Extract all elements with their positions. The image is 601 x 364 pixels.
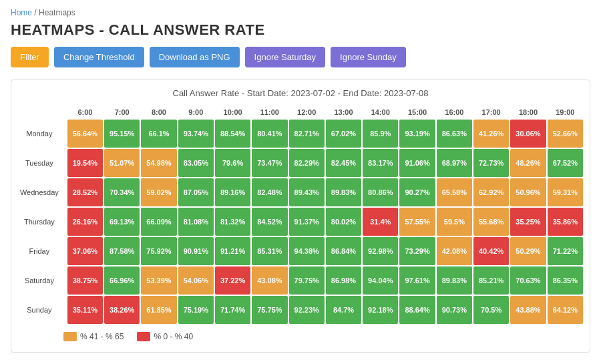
cell: 55.68% (473, 208, 509, 236)
ignore-saturday-button[interactable]: Ignore Saturday (245, 47, 326, 67)
cell: 89.16% (215, 178, 250, 206)
col-header: 18:00 (510, 106, 546, 118)
heatmap-table: 6:007:008:009:0010:0011:0012:0013:0014:0… (17, 105, 584, 325)
cell: 66.09% (141, 208, 176, 236)
cell: 35.25% (510, 208, 546, 236)
cell: 28.52% (67, 178, 103, 206)
legend: % 41 - % 65% 0 - % 40 (17, 332, 584, 341)
cell: 35.11% (67, 296, 103, 324)
cell: 54.06% (178, 266, 214, 295)
cell: 70.63% (510, 266, 546, 295)
cell: 71.74% (215, 296, 250, 324)
row-label: Sunday (18, 296, 66, 324)
breadcrumb-separator: / (34, 8, 36, 17)
cell: 94.38% (289, 237, 325, 265)
col-header: 14:00 (363, 106, 398, 118)
row-label: Thursday (18, 208, 66, 236)
legend-label: % 41 - % 65 (80, 332, 124, 341)
cell: 91.37% (289, 208, 325, 236)
cell: 83.05% (178, 149, 214, 177)
legend-item: % 41 - % 65 (63, 332, 124, 341)
change-threshold-button[interactable]: Change Threshold (54, 47, 144, 67)
cell: 88.64% (399, 296, 435, 324)
cell: 50.96% (510, 178, 546, 206)
ignore-sunday-button[interactable]: Ignore Sunday (331, 47, 406, 67)
col-header: 15:00 (399, 106, 435, 118)
cell: 82.45% (326, 149, 361, 177)
cell: 69.13% (104, 208, 140, 236)
cell: 66.1% (141, 120, 176, 148)
table-row: Friday37.06%87.58%75.92%90.91%91.21%85.3… (18, 237, 583, 265)
cell: 80.41% (252, 120, 287, 148)
cell: 86.63% (437, 120, 472, 148)
breadcrumb-current: Heatmaps (39, 8, 75, 17)
cell: 91.06% (399, 149, 435, 177)
cell: 82.29% (289, 149, 325, 177)
row-label: Tuesday (18, 149, 66, 177)
cell: 35.86% (548, 208, 583, 236)
cell: 97.61% (399, 266, 435, 295)
cell: 90.91% (178, 237, 214, 265)
cell: 26.16% (67, 208, 103, 236)
cell: 50.29% (510, 237, 546, 265)
col-header: 7:00 (104, 106, 140, 118)
cell: 84.52% (252, 208, 287, 236)
cell: 85.9% (363, 120, 398, 148)
cell: 70.34% (104, 178, 140, 206)
row-label: Wednesday (18, 178, 66, 206)
cell: 37.22% (215, 266, 250, 295)
cell: 31.4% (363, 208, 398, 236)
col-header: 8:00 (141, 106, 176, 118)
filter-button[interactable]: Filter (11, 47, 49, 67)
legend-color-box (137, 332, 150, 341)
row-label: Friday (18, 237, 66, 265)
legend-label: % 0 - % 40 (154, 332, 193, 341)
download-png-button[interactable]: Download as PNG (150, 47, 240, 67)
col-header: 12:00 (289, 106, 325, 118)
cell: 75.92% (141, 237, 176, 265)
cell: 37.06% (67, 237, 103, 265)
cell: 84.7% (326, 296, 361, 324)
cell: 65.58% (437, 178, 472, 206)
toolbar: Filter Change Threshold Download as PNG … (11, 47, 590, 67)
cell: 57.55% (399, 208, 435, 236)
cell: 80.86% (363, 178, 398, 206)
cell: 56.64% (67, 120, 103, 148)
cell: 80.02% (326, 208, 361, 236)
cell: 64.12% (548, 296, 583, 324)
cell: 87.58% (104, 237, 140, 265)
cell: 92.18% (363, 296, 398, 324)
cell: 86.98% (326, 266, 361, 295)
cell: 51.07% (104, 149, 140, 177)
cell: 75.75% (252, 296, 287, 324)
chart-title: Call Answer Rate - Start Date: 2023-07-0… (17, 88, 584, 98)
cell: 85.31% (252, 237, 287, 265)
cell: 62.92% (473, 178, 509, 206)
col-header: 6:00 (67, 106, 103, 118)
cell: 30.06% (510, 120, 546, 148)
breadcrumb-home[interactable]: Home (11, 8, 32, 17)
cell: 41.26% (473, 120, 509, 148)
cell: 81.32% (215, 208, 250, 236)
table-row: Wednesday28.52%70.34%59.02%87.05%89.16%8… (18, 178, 583, 206)
table-row: Tuesday19.54%51.07%54.98%83.05%79.6%73.4… (18, 149, 583, 177)
chart-container: Call Answer Rate - Start Date: 2023-07-0… (11, 79, 590, 353)
cell: 82.48% (252, 178, 287, 206)
cell: 70.5% (473, 296, 509, 324)
row-label: Saturday (18, 266, 66, 295)
cell: 89.83% (437, 266, 472, 295)
cell: 59.31% (548, 178, 583, 206)
col-header: 19:00 (548, 106, 583, 118)
cell: 53.39% (141, 266, 176, 295)
cell: 93.74% (178, 120, 214, 148)
row-label: Monday (18, 120, 66, 148)
cell: 92.23% (289, 296, 325, 324)
cell: 54.98% (141, 149, 176, 177)
legend-color-box (63, 332, 77, 341)
cell: 38.26% (104, 296, 140, 324)
cell: 38.75% (67, 266, 103, 295)
cell: 42.08% (437, 237, 472, 265)
cell: 52.66% (548, 120, 583, 148)
cell: 88.54% (215, 120, 250, 148)
table-row: Sunday35.11%38.26%61.85%75.19%71.74%75.7… (18, 296, 583, 324)
